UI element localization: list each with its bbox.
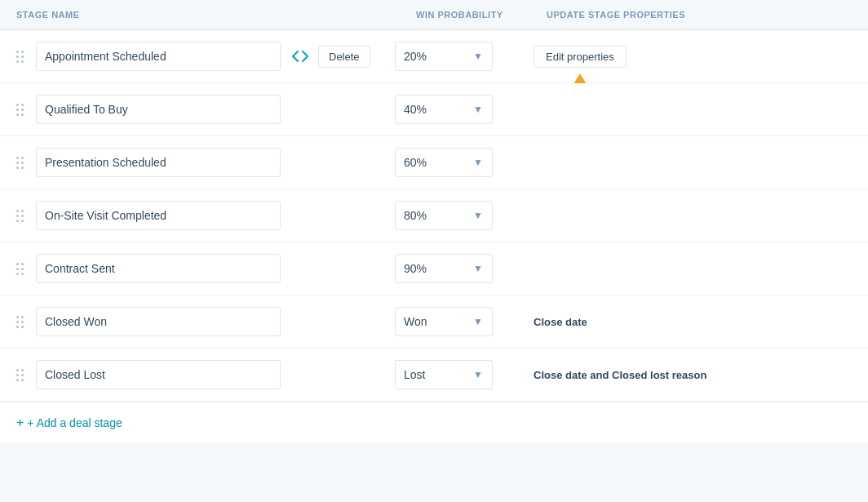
stage-row-closed-won: 0%10%20%30%40%50%60%70%80%90%100%WonLost… (0, 295, 868, 349)
row-actions-appointment-scheduled: Delete (281, 46, 379, 68)
prob-select-presentation-scheduled[interactable]: 0%10%20%30%40%50%60%70%80%90%100%WonLost (395, 148, 493, 177)
drag-handle[interactable] (16, 104, 29, 116)
prob-select-wrap-closed-won: 0%10%20%30%40%50%60%70%80%90%100%WonLost… (395, 307, 501, 336)
add-stage-row: + + Add a deal stage (0, 402, 868, 443)
stage-name-input-contract-sent[interactable] (36, 254, 281, 283)
update-text-closed-won: Close date (534, 316, 587, 328)
delete-button-appointment-scheduled[interactable]: Delete (318, 46, 370, 68)
prob-select-contract-sent[interactable]: 0%10%20%30%40%50%60%70%80%90%100%WonLost (395, 254, 493, 283)
drag-handle[interactable] (16, 263, 29, 275)
prob-select-appointment-scheduled[interactable]: 0%10%20%30%40%50%60%70%80%90%100%WonLost (395, 42, 493, 71)
table-header: STAGE NAME WIN PROBABILITY UPDATE STAGE … (0, 0, 868, 30)
drag-handle[interactable] (16, 316, 29, 328)
prob-select-wrap-appointment-scheduled: 0%10%20%30%40%50%60%70%80%90%100%WonLost… (395, 42, 501, 71)
drag-handle[interactable] (16, 369, 29, 381)
edit-props-wrap: Edit properties (534, 46, 627, 68)
stage-name-input-closed-won[interactable] (36, 307, 281, 336)
code-button-appointment-scheduled[interactable] (289, 47, 312, 65)
add-deal-stage-button[interactable]: + + Add a deal stage (16, 415, 122, 430)
update-col-closed-won: Close date (501, 316, 852, 328)
prob-select-on-site-visit[interactable]: 0%10%20%30%40%50%60%70%80%90%100%WonLost (395, 201, 493, 230)
stage-name-header: STAGE NAME (16, 10, 318, 20)
win-prob-header: WIN PROBABILITY (416, 10, 547, 20)
stage-rows: Delete 0%10%20%30%40%50%60%70%80%90%100%… (0, 30, 868, 402)
add-stage-label: + Add a deal stage (27, 416, 122, 429)
stage-row-closed-lost: 0%10%20%30%40%50%60%70%80%90%100%WonLost… (0, 349, 868, 402)
update-col-appointment-scheduled: Edit properties (501, 46, 852, 68)
prob-select-qualified-to-buy[interactable]: 0%10%20%30%40%50%60%70%80%90%100%WonLost (395, 95, 493, 124)
stage-row-contract-sent: 0%10%20%30%40%50%60%70%80%90%100%WonLost… (0, 242, 868, 295)
stage-name-input-presentation-scheduled[interactable] (36, 148, 281, 177)
stage-row-qualified-to-buy: 0%10%20%30%40%50%60%70%80%90%100%WonLost… (0, 83, 868, 136)
pipeline-stages-container: STAGE NAME WIN PROBABILITY UPDATE STAGE … (0, 0, 868, 502)
prob-select-wrap-closed-lost: 0%10%20%30%40%50%60%70%80%90%100%WonLost… (395, 360, 501, 389)
edit-properties-button[interactable]: Edit properties (534, 46, 627, 68)
stage-row-on-site-visit: 0%10%20%30%40%50%60%70%80%90%100%WonLost… (0, 189, 868, 242)
prob-select-wrap-on-site-visit: 0%10%20%30%40%50%60%70%80%90%100%WonLost… (395, 201, 501, 230)
prob-select-wrap-presentation-scheduled: 0%10%20%30%40%50%60%70%80%90%100%WonLost… (395, 148, 501, 177)
plus-icon: + (16, 415, 24, 430)
stage-row-presentation-scheduled: 0%10%20%30%40%50%60%70%80%90%100%WonLost… (0, 136, 868, 189)
prob-select-closed-lost[interactable]: 0%10%20%30%40%50%60%70%80%90%100%WonLost (395, 360, 493, 389)
prob-select-wrap-contract-sent: 0%10%20%30%40%50%60%70%80%90%100%WonLost… (395, 254, 501, 283)
drag-handle[interactable] (16, 210, 29, 222)
drag-handle[interactable] (16, 51, 29, 63)
stage-name-input-closed-lost[interactable] (36, 360, 281, 389)
prob-select-closed-won[interactable]: 0%10%20%30%40%50%60%70%80%90%100%WonLost (395, 307, 493, 336)
stage-name-input-qualified-to-buy[interactable] (36, 95, 281, 124)
update-text-closed-lost: Close date and Closed lost reason (534, 369, 706, 381)
stage-name-input-on-site-visit[interactable] (36, 201, 281, 230)
prob-select-wrap-qualified-to-buy: 0%10%20%30%40%50%60%70%80%90%100%WonLost… (395, 95, 501, 124)
stage-row-appointment-scheduled: Delete 0%10%20%30%40%50%60%70%80%90%100%… (0, 30, 868, 83)
drag-handle[interactable] (16, 157, 29, 169)
update-stage-header: UPDATE STAGE PROPERTIES (547, 10, 852, 20)
update-col-closed-lost: Close date and Closed lost reason (501, 369, 852, 381)
stage-name-input-appointment-scheduled[interactable] (36, 42, 281, 71)
